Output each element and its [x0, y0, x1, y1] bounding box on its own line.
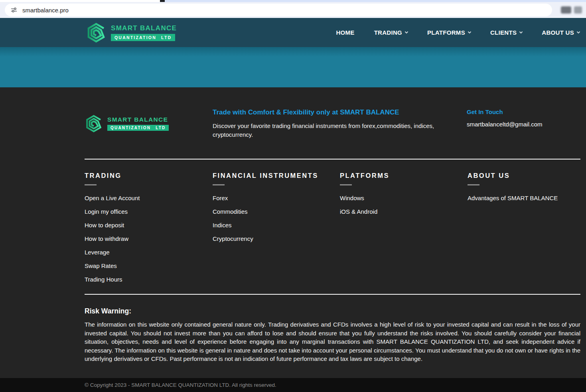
list-item: Login my offices — [85, 209, 213, 215]
footer-brand-name: SMART BALANCE — [107, 116, 168, 123]
footer-brand-badge: QUANTIZATION LTD — [107, 125, 169, 131]
tagline-title: Trade with Comfort & Flexibility only at… — [213, 108, 467, 116]
browser-toolbar: smartbalance.pro — [0, 2, 586, 18]
risk-warning-section: Risk Warning: The information on this we… — [85, 307, 580, 363]
heading-underline — [85, 184, 97, 185]
list-item: Cryptocurrency — [213, 236, 340, 242]
footer: SMART BALANCE QUANTIZATION LTD Trade wit… — [0, 87, 586, 378]
chevron-down-icon — [577, 30, 580, 33]
footer-link-leverage[interactable]: Leverage — [85, 249, 110, 256]
footer-link-indices[interactable]: Indices — [213, 222, 232, 229]
copyright-text: © Copyright 2023 - SMART BALANCE QUANTIZ… — [85, 382, 276, 388]
list-item: Windows — [340, 195, 468, 201]
footer-column-platforms: PLATFORMSWindowsiOS & Android — [340, 172, 468, 290]
profile-icon[interactable] — [574, 6, 582, 14]
footer-columns: TRADINGOpen a Live AccountLogin my offic… — [85, 172, 580, 290]
chevron-down-icon — [405, 30, 408, 33]
contact-email-link[interactable]: smartbalanceltd@gmail.com — [467, 121, 542, 128]
footer-link-list: Open a Live AccountLogin my officesHow t… — [85, 195, 213, 282]
nav-item-clients[interactable]: CLIENTS — [490, 29, 522, 36]
browser-action-icons — [561, 6, 582, 14]
footer-contact: Get In Touch smartbalanceltd@gmail.com — [467, 108, 542, 139]
heading-underline — [213, 184, 225, 185]
chevron-down-icon — [468, 30, 471, 33]
footer-link-cryptocurrency[interactable]: Cryptocurrency — [213, 235, 253, 242]
nav-item-label: ABOUT US — [542, 29, 574, 36]
heading-underline — [340, 184, 352, 185]
footer-column-financial-instruments: FINANCIAL INSTRUMENTSForexCommoditiesInd… — [213, 172, 340, 290]
footer-divider-bottom — [85, 294, 580, 295]
nav-item-trading[interactable]: TRADING — [374, 29, 408, 36]
site-settings-icon[interactable] — [10, 6, 18, 14]
footer-top: SMART BALANCE QUANTIZATION LTD Trade wit… — [85, 108, 580, 139]
page: smartbalance.pro SMART BALANCE — [0, 0, 586, 392]
list-item: Leverage — [85, 249, 213, 255]
footer-link-advantages-of-smart-balance[interactable]: Advantages of SMART BALANCE — [468, 195, 558, 201]
extensions-icon[interactable] — [561, 6, 571, 14]
hexagon-spiral-icon — [86, 22, 107, 43]
list-item: Commodities — [213, 209, 340, 215]
hexagon-spiral-icon — [85, 114, 103, 133]
footer-column-heading: PLATFORMS — [340, 172, 468, 179]
footer-link-how-to-deposit[interactable]: How to deposit — [85, 222, 124, 229]
footer-link-trading-hours[interactable]: Trading Hours — [85, 276, 122, 283]
address-bar[interactable]: smartbalance.pro — [5, 4, 552, 16]
footer-column-heading: FINANCIAL INSTRUMENTS — [213, 172, 340, 179]
risk-warning-body: The information on this website only con… — [85, 320, 580, 363]
nav-item-label: CLIENTS — [490, 29, 517, 36]
footer-link-open-a-live-account[interactable]: Open a Live Account — [85, 195, 140, 201]
nav-item-home[interactable]: HOME — [336, 29, 354, 36]
footer-tagline: Trade with Comfort & Flexibility only at… — [213, 108, 467, 139]
list-item: Forex — [213, 195, 340, 201]
nav-menu: HOMETRADINGPLATFORMSCLIENTSABOUT US — [336, 29, 580, 36]
url-text: smartbalance.pro — [22, 7, 69, 14]
list-item: Advantages of SMART BALANCE — [468, 195, 580, 201]
footer-column-trading: TRADINGOpen a Live AccountLogin my offic… — [85, 172, 213, 290]
footer-link-windows[interactable]: Windows — [340, 195, 364, 201]
header-brand-logo[interactable]: SMART BALANCE QUANTIZATION LTD — [86, 22, 177, 43]
footer-link-ios-android[interactable]: iOS & Android — [340, 208, 377, 215]
risk-warning-heading: Risk Warning: — [85, 307, 580, 315]
list-item: How to deposit — [85, 222, 213, 228]
brand-badge: QUANTIZATION LTD — [111, 34, 175, 41]
list-item: Indices — [213, 222, 340, 228]
footer-brand-logo[interactable]: SMART BALANCE QUANTIZATION LTD — [85, 108, 213, 139]
list-item: Swap Rates — [85, 263, 213, 269]
list-item: Trading Hours — [85, 276, 213, 282]
footer-link-login-my-offices[interactable]: Login my offices — [85, 208, 128, 215]
footer-column-heading: ABOUT US — [468, 172, 580, 179]
list-item: How to withdraw — [85, 236, 213, 242]
footer-link-swap-rates[interactable]: Swap Rates — [85, 262, 117, 269]
chevron-down-icon — [519, 30, 523, 33]
footer-divider-top — [85, 159, 580, 160]
contact-heading: Get In Touch — [467, 108, 542, 115]
footer-link-list: ForexCommoditiesIndicesCryptocurrency — [213, 195, 340, 242]
nav-item-label: TRADING — [374, 29, 402, 36]
nav-item-label: HOME — [336, 29, 354, 36]
footer-column-heading: TRADING — [85, 172, 213, 179]
footer-column-about-us: ABOUT USAdvantages of SMART BALANCE — [468, 172, 580, 290]
nav-item-platforms[interactable]: PLATFORMS — [427, 29, 471, 36]
footer-brand-text: SMART BALANCE QUANTIZATION LTD — [107, 116, 169, 131]
footer-link-how-to-withdraw[interactable]: How to withdraw — [85, 235, 128, 242]
brand-text: SMART BALANCE QUANTIZATION LTD — [111, 24, 177, 41]
footer-link-commodities[interactable]: Commodities — [213, 208, 248, 215]
browser-chrome: smartbalance.pro — [0, 0, 586, 18]
copyright-bar: © Copyright 2023 - SMART BALANCE QUANTIZ… — [0, 378, 586, 392]
heading-underline — [468, 184, 479, 185]
list-item: iOS & Android — [340, 209, 468, 215]
nav-item-about-us[interactable]: ABOUT US — [542, 29, 580, 36]
list-item: Open a Live Account — [85, 195, 213, 201]
navbar: SMART BALANCE QUANTIZATION LTD HOMETRADI… — [0, 18, 586, 47]
nav-item-label: PLATFORMS — [427, 29, 465, 36]
footer-link-list: Advantages of SMART BALANCE — [468, 195, 580, 201]
footer-link-list: WindowsiOS & Android — [340, 195, 468, 215]
hero-banner — [0, 47, 586, 87]
footer-link-forex[interactable]: Forex — [213, 195, 228, 201]
brand-name: SMART BALANCE — [111, 24, 177, 32]
tagline-body: Discover your favorite trading financial… — [213, 122, 436, 139]
